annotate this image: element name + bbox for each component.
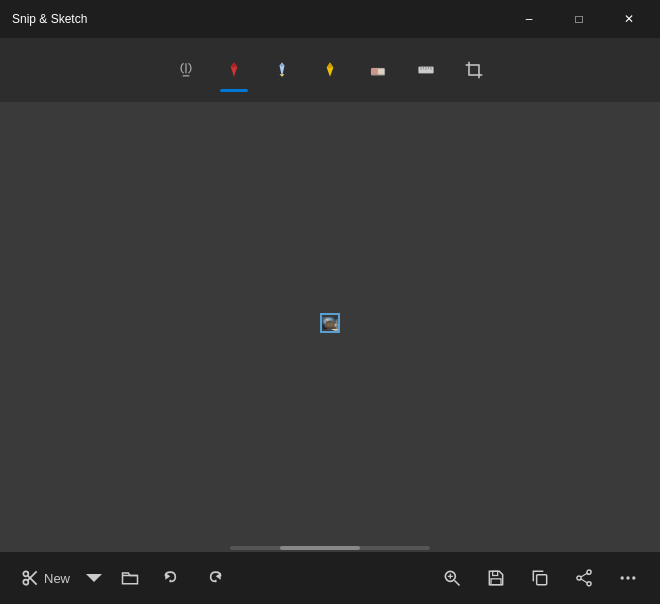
svg-rect-71 — [493, 571, 498, 575]
window-controls: – □ ✕ — [506, 3, 652, 35]
svg-line-62 — [28, 571, 37, 580]
svg-marker-66 — [216, 573, 221, 580]
zoom-icon — [442, 568, 462, 588]
highlighter-icon — [320, 60, 340, 80]
svg-marker-8 — [327, 63, 334, 69]
save-icon — [486, 568, 506, 588]
snip-image — [320, 313, 340, 333]
svg-point-79 — [621, 576, 624, 579]
touch-writing-tool[interactable] — [164, 48, 208, 92]
app-title: Snip & Sketch — [12, 12, 87, 26]
undo-icon — [162, 568, 182, 588]
scrollbar-track[interactable] — [230, 546, 430, 550]
svg-marker-1 — [231, 63, 238, 68]
title-bar: Snip & Sketch – □ ✕ — [0, 0, 660, 38]
bottom-bar: New — [0, 552, 660, 604]
highlighter-tool[interactable] — [308, 48, 352, 92]
redo-button[interactable] — [194, 558, 234, 598]
toolbar — [0, 38, 660, 102]
ruler-icon — [416, 60, 436, 80]
svg-line-61 — [28, 576, 37, 585]
svg-point-60 — [23, 580, 28, 585]
image-container — [320, 313, 340, 333]
svg-rect-73 — [537, 575, 547, 585]
undo-button[interactable] — [152, 558, 192, 598]
ruler-tool[interactable] — [404, 48, 448, 92]
more-button[interactable] — [608, 558, 648, 598]
eraser-icon — [368, 60, 388, 80]
more-icon — [618, 568, 638, 588]
save-button[interactable] — [476, 558, 516, 598]
bottom-left-controls: New — [12, 558, 234, 598]
close-button[interactable]: ✕ — [606, 3, 652, 35]
ballpoint-pen-tool[interactable] — [212, 48, 256, 92]
svg-point-76 — [577, 576, 581, 580]
svg-rect-58 — [322, 317, 338, 329]
svg-point-81 — [632, 576, 635, 579]
svg-point-74 — [587, 570, 591, 574]
svg-rect-11 — [371, 68, 378, 75]
svg-point-59 — [23, 571, 28, 576]
copy-button[interactable] — [520, 558, 560, 598]
svg-line-68 — [455, 581, 460, 586]
new-label: New — [44, 571, 70, 586]
bottom-right-controls — [432, 558, 648, 598]
touch-write-icon — [176, 60, 196, 80]
share-icon — [574, 568, 594, 588]
new-button[interactable]: New — [12, 558, 78, 598]
svg-marker-5 — [280, 74, 285, 77]
pencil-tool[interactable] — [260, 48, 304, 92]
scrollbar-thumb[interactable] — [280, 546, 360, 550]
svg-point-75 — [587, 582, 591, 586]
maximize-button[interactable]: □ — [556, 3, 602, 35]
svg-line-77 — [581, 573, 587, 577]
svg-marker-65 — [165, 573, 170, 580]
scrollbar-area — [0, 544, 660, 552]
eraser-tool[interactable] — [356, 48, 400, 92]
copy-icon — [530, 568, 550, 588]
crop-icon — [464, 60, 484, 80]
zoom-button[interactable] — [432, 558, 472, 598]
chevron-down-icon — [84, 568, 104, 588]
svg-rect-19 — [469, 65, 479, 75]
share-button[interactable] — [564, 558, 604, 598]
svg-marker-63 — [86, 574, 102, 582]
new-dropdown-button[interactable] — [80, 558, 108, 598]
pencil-icon — [272, 60, 292, 80]
minimize-button[interactable]: – — [506, 3, 552, 35]
svg-line-78 — [581, 579, 587, 583]
title-bar-left: Snip & Sketch — [12, 12, 87, 26]
svg-point-80 — [626, 576, 629, 579]
ballpoint-icon — [224, 60, 244, 80]
open-button[interactable] — [110, 558, 150, 598]
crop-tool[interactable] — [452, 48, 496, 92]
svg-marker-4 — [280, 63, 285, 67]
scissors-icon — [20, 568, 40, 588]
svg-rect-72 — [491, 579, 501, 585]
canvas-area — [0, 102, 660, 544]
redo-icon — [204, 568, 224, 588]
open-icon — [120, 568, 140, 588]
